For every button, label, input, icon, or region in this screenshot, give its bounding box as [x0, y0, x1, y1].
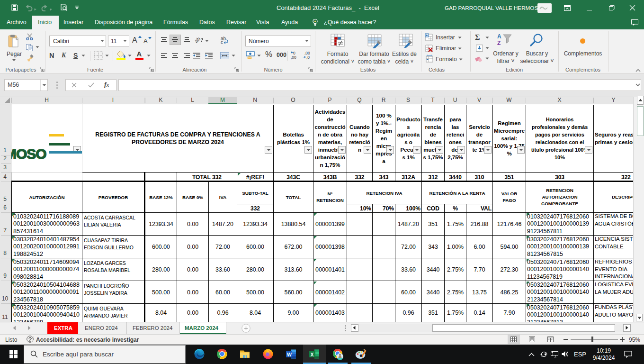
svg-text:c: c — [221, 40, 223, 45]
svg-text:,00: ,00 — [291, 55, 296, 60]
svg-text:W: W — [287, 352, 292, 357]
svg-text:X: X — [311, 352, 314, 357]
svg-text:,0: ,0 — [306, 55, 310, 60]
